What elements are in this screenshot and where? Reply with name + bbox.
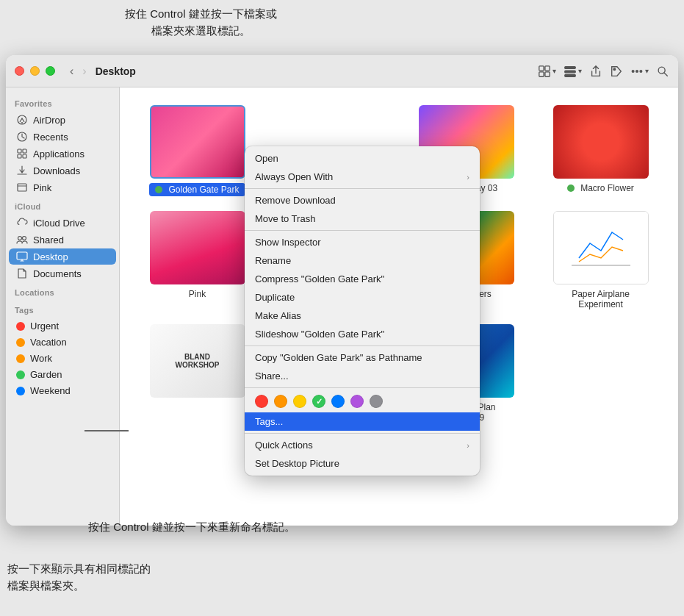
annotation-bottom-left: 按一下來顯示具有相同標記的 檔案與檔案夾。	[7, 561, 151, 594]
finder-window: ‹ › Desktop ▾ ▾	[6, 55, 678, 526]
sidebar-item-pink[interactable]: Pink	[9, 179, 116, 196]
close-button[interactable]	[15, 66, 24, 76]
file-item-bland[interactable]: BLANDWORKSHOP	[137, 324, 257, 423]
swatch-gray[interactable]	[370, 395, 383, 408]
swatch-yellow[interactable]	[293, 395, 306, 408]
svg-point-9	[636, 70, 638, 72]
svg-point-14	[21, 122, 23, 123]
cm-sep3	[245, 345, 480, 346]
golden-gate-thumb	[150, 105, 245, 179]
view-icon-button[interactable]: ▾	[538, 65, 556, 78]
svg-rect-19	[23, 154, 26, 158]
sidebar-item-icloud-drive[interactable]: iCloud Drive	[9, 215, 116, 231]
svg-rect-18	[18, 154, 21, 158]
favorites-label: Favorites	[6, 93, 119, 111]
cm-slideshow[interactable]: Slideshow "Golden Gate Park"	[245, 325, 480, 343]
svg-point-7	[613, 68, 616, 70]
sidebar-item-documents[interactable]: Documents	[9, 265, 116, 282]
tag-icon	[610, 65, 623, 78]
icloud-label: iCloud	[6, 196, 119, 214]
desktop-icon	[16, 251, 28, 262]
cm-show-inspector[interactable]: Show Inspector	[245, 233, 480, 251]
sidebar-item-urgent[interactable]: Urgent	[9, 318, 116, 334]
sidebar-item-desktop[interactable]: Desktop	[9, 248, 116, 265]
golden-gate-name: Golden Gate Park	[168, 185, 239, 195]
sidebar-item-weekend[interactable]: Weekend	[9, 383, 116, 398]
sidebar-item-airdrop[interactable]: AirDrop	[9, 112, 116, 128]
sidebar-item-downloads[interactable]: Downloads	[9, 162, 116, 179]
file-item-golden-gate[interactable]: Golden Gate Park	[137, 105, 257, 196]
cm-compress-label: Compress "Golden Gate Park"	[255, 273, 384, 284]
forward-button[interactable]: ›	[79, 63, 89, 79]
cm-remove-download[interactable]: Remove Download	[245, 191, 480, 209]
svg-point-21	[18, 237, 22, 240]
desktop-svg	[16, 251, 28, 262]
cm-make-alias[interactable]: Make Alias	[245, 307, 480, 325]
cm-compress[interactable]: Compress "Golden Gate Park"	[245, 270, 480, 288]
cm-rename[interactable]: Rename	[245, 251, 480, 270]
garden-label: Garden	[30, 369, 62, 380]
sidebar-item-garden[interactable]: Garden	[9, 367, 116, 382]
tag-button[interactable]	[610, 65, 623, 78]
file-item-pink[interactable]: Pink	[137, 211, 257, 309]
vacation-tag-dot	[16, 338, 25, 347]
cm-tags-label: Tags...	[255, 416, 283, 427]
sidebar-item-applications[interactable]: Applications	[9, 146, 116, 162]
cm-share[interactable]: Share...	[245, 367, 480, 385]
pink-thumb	[150, 211, 245, 284]
cm-copy-pathname[interactable]: Copy "Golden Gate Park" as Pathname	[245, 348, 480, 367]
pink-label: Pink	[33, 182, 51, 193]
share-icon	[589, 65, 602, 78]
file-area: Golden Gate Park Light Display 03 Macro …	[120, 87, 678, 526]
svg-rect-2	[539, 71, 544, 76]
cm-quick-actions[interactable]: Quick Actions ›	[245, 436, 480, 454]
swatch-blue[interactable]	[331, 395, 345, 408]
cm-quick-actions-label: Quick Actions	[255, 440, 313, 451]
macro-flower-name: Macro Flower	[567, 183, 634, 193]
back-button[interactable]: ‹	[67, 63, 76, 79]
fullscreen-button[interactable]	[46, 66, 55, 76]
svg-line-12	[664, 73, 667, 76]
search-button[interactable]	[656, 65, 669, 78]
svg-rect-3	[545, 71, 550, 76]
share-button[interactable]	[589, 65, 602, 78]
sidebar-item-vacation[interactable]: Vacation	[9, 334, 116, 350]
minimize-button[interactable]	[30, 66, 40, 76]
cm-open[interactable]: Open	[245, 149, 480, 168]
swatch-green[interactable]	[312, 395, 325, 408]
paper-airplane-content	[554, 212, 648, 284]
cm-set-desktop-picture[interactable]: Set Desktop Picture	[245, 454, 480, 473]
more-icon	[630, 65, 644, 78]
cm-tags[interactable]: Tags...	[245, 412, 480, 431]
svg-rect-6	[565, 74, 575, 76]
cm-rename-label: Rename	[255, 255, 291, 266]
file-item-macro-flower[interactable]: Macro Flower	[541, 105, 660, 196]
urgent-tag-dot	[16, 322, 25, 331]
cm-duplicate[interactable]: Duplicate	[245, 288, 480, 307]
file-item-paper-airplane[interactable]: Paper Airplane Experiment	[541, 211, 660, 309]
sidebar-item-shared[interactable]: Shared	[9, 232, 116, 248]
cm-open-label: Open	[255, 153, 278, 164]
svg-rect-20	[18, 184, 26, 191]
chart-svg	[564, 221, 638, 273]
recents-svg	[16, 131, 28, 143]
swatch-orange[interactable]	[274, 395, 287, 408]
sidebar-item-work[interactable]: Work	[9, 351, 116, 366]
callout-line	[84, 430, 129, 431]
cm-always-open-with[interactable]: Always Open With ›	[245, 168, 480, 186]
applications-svg	[16, 148, 28, 160]
paper-airplane-name: Paper Airplane Experiment	[553, 289, 649, 309]
group-button[interactable]: ▾	[564, 65, 582, 78]
paper-chart	[561, 218, 641, 278]
work-label: Work	[30, 353, 52, 364]
cm-duplicate-label: Duplicate	[255, 292, 295, 303]
swatch-red[interactable]	[255, 395, 268, 408]
swatch-purple[interactable]	[350, 395, 364, 408]
svg-rect-16	[18, 149, 21, 153]
golden-gate-label: Golden Gate Park	[149, 183, 245, 196]
more-button[interactable]: ▾	[630, 65, 649, 78]
cm-move-to-trash[interactable]: Move to Trash	[245, 209, 480, 228]
pink-icon	[16, 182, 28, 193]
garden-tag-dot	[16, 370, 25, 379]
sidebar-item-recents[interactable]: Recents	[9, 129, 116, 145]
